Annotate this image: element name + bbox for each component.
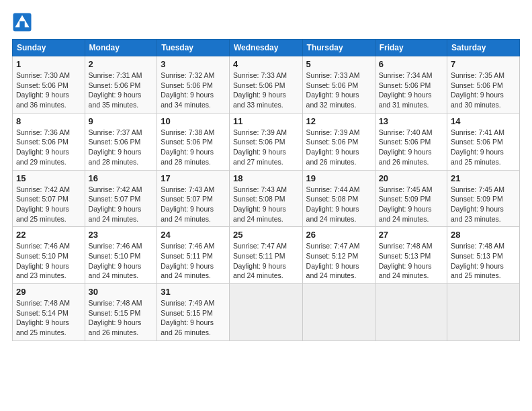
day-number: 27 <box>379 230 443 240</box>
weekday-header-monday: Monday <box>85 40 157 56</box>
calendar-cell: 5Sunrise: 7:33 AM Sunset: 5:06 PM Daylig… <box>302 56 375 113</box>
day-number: 13 <box>379 116 443 126</box>
day-info: Sunrise: 7:47 AM Sunset: 5:12 PM Dayligh… <box>306 241 371 281</box>
day-number: 14 <box>451 116 516 126</box>
day-number: 28 <box>451 230 516 240</box>
day-number: 30 <box>89 287 154 297</box>
weekday-header-row: SundayMondayTuesdayWednesdayThursdayFrid… <box>13 40 520 56</box>
day-info: Sunrise: 7:44 AM Sunset: 5:08 PM Dayligh… <box>306 185 371 224</box>
day-info: Sunrise: 7:41 AM Sunset: 5:06 PM Dayligh… <box>451 128 516 167</box>
day-number: 29 <box>16 287 81 297</box>
day-info: Sunrise: 7:37 AM Sunset: 5:06 PM Dayligh… <box>89 128 154 167</box>
calendar-cell: 13Sunrise: 7:40 AM Sunset: 5:06 PM Dayli… <box>375 113 447 170</box>
day-info: Sunrise: 7:32 AM Sunset: 5:06 PM Dayligh… <box>161 71 226 110</box>
day-number: 7 <box>451 59 516 69</box>
calendar-cell: 12Sunrise: 7:39 AM Sunset: 5:06 PM Dayli… <box>302 113 375 170</box>
calendar-table: SundayMondayTuesdayWednesdayThursdayFrid… <box>12 39 520 341</box>
calendar-cell: 30Sunrise: 7:48 AM Sunset: 5:15 PM Dayli… <box>85 284 157 341</box>
day-info: Sunrise: 7:33 AM Sunset: 5:06 PM Dayligh… <box>233 71 299 110</box>
day-number: 15 <box>16 173 81 183</box>
day-number: 20 <box>379 173 443 183</box>
day-number: 3 <box>161 59 226 69</box>
calendar-cell: 4Sunrise: 7:33 AM Sunset: 5:06 PM Daylig… <box>229 56 302 113</box>
calendar-week-row: 1Sunrise: 7:30 AM Sunset: 5:06 PM Daylig… <box>13 56 520 113</box>
day-info: Sunrise: 7:35 AM Sunset: 5:06 PM Dayligh… <box>451 71 516 110</box>
calendar-cell: 7Sunrise: 7:35 AM Sunset: 5:06 PM Daylig… <box>447 56 520 113</box>
calendar-cell: 3Sunrise: 7:32 AM Sunset: 5:06 PM Daylig… <box>157 56 230 113</box>
calendar-cell: 14Sunrise: 7:41 AM Sunset: 5:06 PM Dayli… <box>447 113 520 170</box>
day-info: Sunrise: 7:46 AM Sunset: 5:11 PM Dayligh… <box>161 241 226 281</box>
day-info: Sunrise: 7:48 AM Sunset: 5:13 PM Dayligh… <box>451 241 516 281</box>
day-number: 24 <box>161 230 226 240</box>
calendar-cell: 22Sunrise: 7:46 AM Sunset: 5:10 PM Dayli… <box>13 227 85 284</box>
day-info: Sunrise: 7:46 AM Sunset: 5:10 PM Dayligh… <box>89 241 154 281</box>
weekday-header-saturday: Saturday <box>447 40 520 56</box>
day-number: 10 <box>161 116 226 126</box>
day-number: 31 <box>161 287 226 297</box>
day-number: 26 <box>306 230 371 240</box>
day-info: Sunrise: 7:39 AM Sunset: 5:06 PM Dayligh… <box>233 128 299 167</box>
day-info: Sunrise: 7:43 AM Sunset: 5:07 PM Dayligh… <box>161 185 226 224</box>
calendar-cell: 24Sunrise: 7:46 AM Sunset: 5:11 PM Dayli… <box>157 227 230 284</box>
day-number: 11 <box>233 116 299 126</box>
day-number: 4 <box>233 59 299 69</box>
calendar-cell: 28Sunrise: 7:48 AM Sunset: 5:13 PM Dayli… <box>447 227 520 284</box>
calendar-cell: 2Sunrise: 7:31 AM Sunset: 5:06 PM Daylig… <box>85 56 157 113</box>
weekday-header-friday: Friday <box>375 40 447 56</box>
calendar-cell: 26Sunrise: 7:47 AM Sunset: 5:12 PM Dayli… <box>302 227 375 284</box>
logo-icon <box>12 12 32 32</box>
day-info: Sunrise: 7:46 AM Sunset: 5:10 PM Dayligh… <box>16 241 81 281</box>
calendar-cell: 25Sunrise: 7:47 AM Sunset: 5:11 PM Dayli… <box>229 227 302 284</box>
calendar-cell: 10Sunrise: 7:38 AM Sunset: 5:06 PM Dayli… <box>157 113 230 170</box>
calendar-cell: 8Sunrise: 7:36 AM Sunset: 5:06 PM Daylig… <box>13 113 85 170</box>
calendar-cell: 1Sunrise: 7:30 AM Sunset: 5:06 PM Daylig… <box>13 56 85 113</box>
day-number: 12 <box>306 116 371 126</box>
day-info: Sunrise: 7:36 AM Sunset: 5:06 PM Dayligh… <box>16 128 81 167</box>
day-number: 21 <box>451 173 516 183</box>
day-number: 17 <box>161 173 226 183</box>
day-number: 25 <box>233 230 299 240</box>
weekday-header-tuesday: Tuesday <box>157 40 230 56</box>
calendar-cell: 16Sunrise: 7:42 AM Sunset: 5:07 PM Dayli… <box>85 170 157 227</box>
page: SundayMondayTuesdayWednesdayThursdayFrid… <box>0 0 532 348</box>
calendar-cell: 27Sunrise: 7:48 AM Sunset: 5:13 PM Dayli… <box>375 227 447 284</box>
day-info: Sunrise: 7:39 AM Sunset: 5:06 PM Dayligh… <box>306 128 371 167</box>
logo <box>12 12 35 32</box>
calendar-cell: 11Sunrise: 7:39 AM Sunset: 5:06 PM Dayli… <box>229 113 302 170</box>
day-number: 6 <box>379 59 443 69</box>
calendar-week-row: 15Sunrise: 7:42 AM Sunset: 5:07 PM Dayli… <box>13 170 520 227</box>
day-number: 23 <box>89 230 154 240</box>
day-number: 2 <box>89 59 154 69</box>
day-info: Sunrise: 7:42 AM Sunset: 5:07 PM Dayligh… <box>16 185 81 224</box>
calendar-week-row: 8Sunrise: 7:36 AM Sunset: 5:06 PM Daylig… <box>13 113 520 170</box>
calendar-cell: 15Sunrise: 7:42 AM Sunset: 5:07 PM Dayli… <box>13 170 85 227</box>
day-number: 22 <box>16 230 81 240</box>
day-info: Sunrise: 7:48 AM Sunset: 5:15 PM Dayligh… <box>89 298 154 338</box>
day-info: Sunrise: 7:48 AM Sunset: 5:13 PM Dayligh… <box>379 241 443 281</box>
calendar-cell: 6Sunrise: 7:34 AM Sunset: 5:06 PM Daylig… <box>375 56 447 113</box>
calendar-cell: 17Sunrise: 7:43 AM Sunset: 5:07 PM Dayli… <box>157 170 230 227</box>
day-info: Sunrise: 7:43 AM Sunset: 5:08 PM Dayligh… <box>233 185 299 224</box>
day-info: Sunrise: 7:42 AM Sunset: 5:07 PM Dayligh… <box>89 185 154 224</box>
day-info: Sunrise: 7:38 AM Sunset: 5:06 PM Dayligh… <box>161 128 226 167</box>
svg-rect-2 <box>19 21 25 29</box>
calendar-cell: 9Sunrise: 7:37 AM Sunset: 5:06 PM Daylig… <box>85 113 157 170</box>
day-info: Sunrise: 7:30 AM Sunset: 5:06 PM Dayligh… <box>16 71 81 110</box>
day-info: Sunrise: 7:48 AM Sunset: 5:14 PM Dayligh… <box>16 298 81 338</box>
day-number: 5 <box>306 59 371 69</box>
calendar-cell: 21Sunrise: 7:45 AM Sunset: 5:09 PM Dayli… <box>447 170 520 227</box>
weekday-header-thursday: Thursday <box>302 40 375 56</box>
day-number: 9 <box>89 116 154 126</box>
calendar-cell <box>229 284 302 341</box>
calendar-cell: 20Sunrise: 7:45 AM Sunset: 5:09 PM Dayli… <box>375 170 447 227</box>
calendar-cell: 29Sunrise: 7:48 AM Sunset: 5:14 PM Dayli… <box>13 284 85 341</box>
day-number: 8 <box>16 116 81 126</box>
calendar-cell: 19Sunrise: 7:44 AM Sunset: 5:08 PM Dayli… <box>302 170 375 227</box>
day-info: Sunrise: 7:34 AM Sunset: 5:06 PM Dayligh… <box>379 71 443 110</box>
day-info: Sunrise: 7:33 AM Sunset: 5:06 PM Dayligh… <box>306 71 371 110</box>
header <box>12 12 520 32</box>
calendar-cell <box>375 284 447 341</box>
calendar-cell: 23Sunrise: 7:46 AM Sunset: 5:10 PM Dayli… <box>85 227 157 284</box>
day-info: Sunrise: 7:40 AM Sunset: 5:06 PM Dayligh… <box>379 128 443 167</box>
day-info: Sunrise: 7:49 AM Sunset: 5:15 PM Dayligh… <box>161 298 226 338</box>
